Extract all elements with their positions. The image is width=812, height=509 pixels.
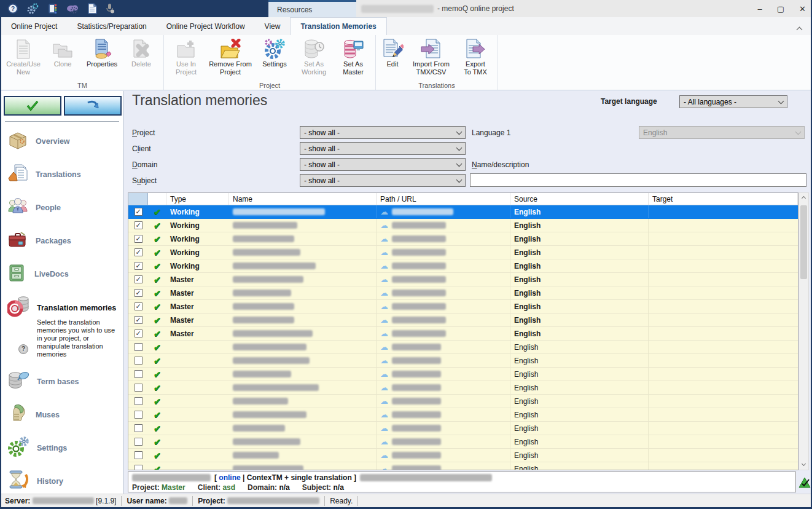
- row-checkbox[interactable]: [135, 384, 142, 392]
- tab-online-project[interactable]: Online Project: [1, 17, 67, 35]
- filter-client-dropdown[interactable]: - show all -: [300, 142, 466, 155]
- row-checkbox-checked[interactable]: ✓: [135, 289, 142, 297]
- tab-online-project-workflow[interactable]: Online Project Workflow: [157, 17, 255, 35]
- row-checkbox[interactable]: [135, 397, 142, 405]
- accept-button[interactable]: [4, 96, 61, 116]
- table-row[interactable]: ✔☁English: [128, 462, 798, 470]
- sidebar-item-overview[interactable]: Overview: [7, 130, 121, 152]
- table-row[interactable]: ✓✔Working☁English: [128, 205, 798, 219]
- ribbon-button-remove-from-project[interactable]: Remove From Project: [206, 37, 255, 76]
- ribbon-button-export-to-tmx[interactable]: Export To TMX: [456, 37, 495, 76]
- row-checkbox-checked[interactable]: ✓: [135, 221, 142, 229]
- table-row[interactable]: ✔☁English: [128, 408, 798, 422]
- sidebar-item-packages[interactable]: Packages: [7, 230, 121, 252]
- tm-name-redacted: [233, 465, 303, 470]
- table-row[interactable]: ✓✔Master☁English: [128, 273, 798, 286]
- sidebar-item-history[interactable]: History: [7, 470, 121, 493]
- row-checkbox-checked[interactable]: ✓: [135, 208, 142, 216]
- row-checkbox-checked[interactable]: ✓: [135, 302, 142, 310]
- row-checkbox[interactable]: [135, 357, 142, 365]
- row-checkbox-checked[interactable]: ✓: [135, 329, 142, 337]
- column-header-type[interactable]: Type: [166, 193, 229, 205]
- column-header-source[interactable]: Source: [510, 193, 649, 205]
- table-row[interactable]: ✓✔Working☁English: [128, 219, 798, 232]
- sidebar-item-people[interactable]: People: [7, 197, 121, 219]
- filter-subject-dropdown[interactable]: - show all -: [300, 174, 466, 187]
- column-header[interactable]: [148, 193, 166, 205]
- table-row[interactable]: ✓✔Master☁English: [128, 314, 798, 327]
- row-checkbox[interactable]: [135, 424, 142, 432]
- tm-path-redacted: [392, 344, 441, 350]
- column-header[interactable]: [128, 193, 148, 205]
- filter-domain-dropdown[interactable]: - show all -: [300, 158, 466, 171]
- table-row[interactable]: ✓✔Master☁English: [128, 300, 798, 314]
- scroll-up-icon[interactable]: [799, 193, 808, 203]
- tm-name-redacted: [233, 452, 279, 459]
- tab-statistics-preparation[interactable]: Statistics/Preparation: [67, 17, 156, 35]
- tm-type: Master: [166, 329, 229, 338]
- sidebar-item-muses[interactable]: Muses: [7, 403, 121, 427]
- minimize-button[interactable]: –: [758, 4, 762, 14]
- ribbon-button-settings[interactable]: Settings: [255, 37, 294, 68]
- table-row[interactable]: ✔☁English: [128, 449, 798, 462]
- sidebar-item-translation-memories[interactable]: Translation memories: [7, 296, 121, 320]
- row-checkbox[interactable]: [135, 438, 142, 446]
- row-checkbox[interactable]: [135, 343, 142, 351]
- deliver-button[interactable]: [64, 96, 122, 116]
- help-icon[interactable]: ?: [7, 3, 18, 14]
- column-header-path-url[interactable]: Path / URL: [377, 193, 510, 205]
- resource-console-icon[interactable]: [47, 3, 58, 14]
- table-row[interactable]: ✓✔Working☁English: [128, 246, 798, 259]
- sidebar-item-livedocs[interactable]: LiveDocs: [7, 263, 121, 285]
- context-group-label: Resources: [277, 6, 312, 14]
- filter-subject-label: Subject: [132, 176, 157, 185]
- name-description-input[interactable]: [470, 173, 806, 187]
- tm-type: Working: [166, 221, 229, 230]
- target-language-dropdown[interactable]: - All languages -: [679, 95, 787, 108]
- column-header-target[interactable]: Target: [649, 193, 798, 205]
- sidebar-item-term-bases[interactable]: Term bases: [7, 370, 121, 393]
- scroll-down-icon[interactable]: [799, 460, 808, 470]
- close-button[interactable]: ✕: [799, 4, 806, 14]
- table-row[interactable]: ✔☁English: [128, 368, 798, 381]
- table-row[interactable]: ✔☁English: [128, 435, 798, 449]
- table-row[interactable]: ✔☁English: [128, 354, 798, 368]
- row-checkbox-checked[interactable]: ✓: [135, 275, 142, 283]
- help-icon[interactable]: ?: [18, 344, 28, 354]
- table-row[interactable]: ✔☁English: [128, 422, 798, 435]
- packages-icon: [7, 230, 28, 252]
- server-cloud-icon[interactable]: [66, 3, 79, 14]
- table-row[interactable]: ✔☁English: [128, 395, 798, 408]
- scrollbar-thumb[interactable]: [800, 205, 807, 279]
- maximize-button[interactable]: ▢: [777, 4, 784, 14]
- options-gears-icon[interactable]: [26, 3, 39, 14]
- row-checkbox[interactable]: [135, 465, 142, 470]
- table-row[interactable]: ✓✔Master☁English: [128, 327, 798, 341]
- row-checkbox[interactable]: [135, 451, 142, 459]
- tab-translation-memories[interactable]: Translation Memories: [290, 17, 386, 35]
- table-row[interactable]: ✔☁English: [128, 341, 798, 354]
- row-checkbox[interactable]: [135, 370, 142, 378]
- table-row[interactable]: ✓✔Working☁English: [128, 259, 798, 273]
- filter-project-dropdown[interactable]: - show all -: [300, 126, 466, 139]
- ribbon-button-set-as-master[interactable]: Set As Master: [334, 37, 373, 76]
- tab-view[interactable]: View: [255, 17, 291, 35]
- table-row[interactable]: ✓✔Master☁English: [128, 286, 798, 300]
- row-checkbox-checked[interactable]: ✓: [135, 248, 142, 256]
- new-document-icon[interactable]: [87, 3, 97, 14]
- table-row[interactable]: ✔☁English: [128, 381, 798, 395]
- ribbon-button-import-from-tmx-csv[interactable]: Import From TMX/CSV: [407, 37, 456, 76]
- ribbon-button-properties[interactable]: Properties: [82, 37, 122, 68]
- tm-name-redacted: [233, 276, 303, 283]
- table-row[interactable]: ✓✔Working☁English: [128, 232, 798, 246]
- ribbon-button-edit[interactable]: Edit: [378, 37, 407, 68]
- column-header-name[interactable]: Name: [229, 193, 377, 205]
- sidebar-item-translations[interactable]: Translations: [7, 164, 121, 186]
- table-vertical-scrollbar[interactable]: [798, 192, 809, 470]
- row-checkbox-checked[interactable]: ✓: [135, 316, 142, 324]
- collapse-ribbon-icon[interactable]: [797, 23, 803, 30]
- row-checkbox[interactable]: [135, 411, 142, 419]
- row-checkbox-checked[interactable]: ✓: [135, 235, 142, 243]
- row-checkbox-checked[interactable]: ✓: [135, 262, 142, 270]
- sidebar-item-settings[interactable]: Settings: [7, 436, 121, 460]
